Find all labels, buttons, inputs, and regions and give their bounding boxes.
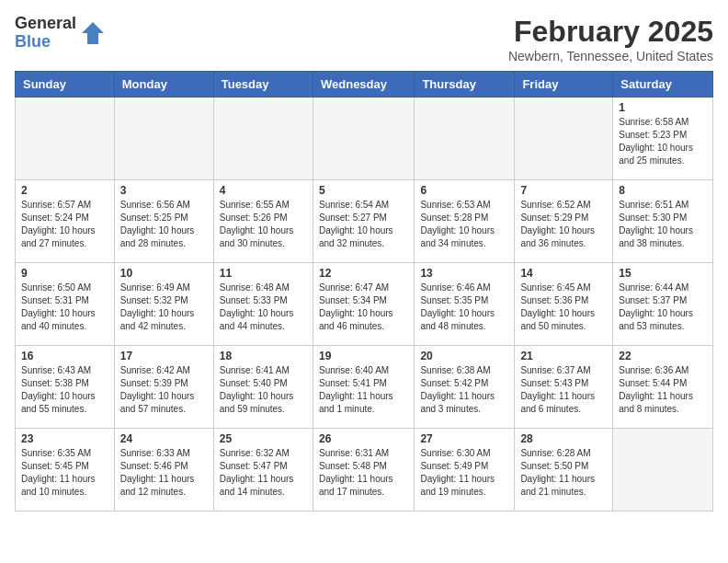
day-number: 23 (21, 432, 108, 445)
location: Newbern, Tennessee, United States (508, 49, 713, 63)
day-cell: 24Sunrise: 6:33 AM Sunset: 5:46 PM Dayli… (114, 429, 213, 511)
day-info: Sunrise: 6:54 AM Sunset: 5:27 PM Dayligh… (319, 199, 408, 250)
day-cell: 26Sunrise: 6:31 AM Sunset: 5:48 PM Dayli… (313, 429, 414, 511)
day-info: Sunrise: 6:41 AM Sunset: 5:40 PM Dayligh… (220, 364, 307, 416)
day-info: Sunrise: 6:53 AM Sunset: 5:28 PM Dayligh… (420, 199, 508, 250)
logo-general-text: General (15, 15, 76, 33)
day-number: 8 (619, 184, 707, 197)
day-cell (415, 98, 515, 180)
day-number: 10 (120, 267, 208, 280)
day-number: 19 (319, 350, 408, 362)
day-cell: 22Sunrise: 6:36 AM Sunset: 5:44 PM Dayli… (613, 346, 713, 429)
weekday-header-tuesday: Tuesday (213, 72, 313, 98)
day-cell: 27Sunrise: 6:30 AM Sunset: 5:49 PM Dayli… (415, 429, 515, 511)
day-number: 18 (220, 350, 307, 362)
day-cell: 12Sunrise: 6:47 AM Sunset: 5:34 PM Dayli… (313, 263, 414, 346)
weekday-header-friday: Friday (515, 72, 613, 98)
day-cell: 3Sunrise: 6:56 AM Sunset: 5:25 PM Daylig… (114, 180, 213, 263)
day-cell: 25Sunrise: 6:32 AM Sunset: 5:47 PM Dayli… (213, 429, 313, 511)
day-info: Sunrise: 6:47 AM Sunset: 5:34 PM Dayligh… (319, 282, 408, 333)
day-cell: 4Sunrise: 6:55 AM Sunset: 5:26 PM Daylig… (213, 180, 313, 263)
month-title: February 2025 (508, 15, 713, 49)
day-cell: 18Sunrise: 6:41 AM Sunset: 5:40 PM Dayli… (213, 346, 313, 429)
day-number: 24 (120, 432, 208, 445)
day-number: 1 (619, 101, 707, 114)
weekday-header-thursday: Thursday (415, 72, 515, 98)
day-info: Sunrise: 6:28 AM Sunset: 5:50 PM Dayligh… (520, 447, 607, 499)
day-cell: 15Sunrise: 6:44 AM Sunset: 5:37 PM Dayli… (613, 263, 713, 346)
day-info: Sunrise: 6:36 AM Sunset: 5:44 PM Dayligh… (619, 364, 707, 416)
day-number: 7 (520, 184, 607, 197)
week-row-2: 2Sunrise: 6:57 AM Sunset: 5:24 PM Daylig… (16, 180, 713, 263)
day-cell (613, 429, 713, 511)
day-info: Sunrise: 6:57 AM Sunset: 5:24 PM Dayligh… (21, 199, 108, 250)
page-header: General Blue February 2025 Newbern, Tenn… (15, 15, 713, 63)
day-cell (16, 98, 115, 180)
day-cell: 8Sunrise: 6:51 AM Sunset: 5:30 PM Daylig… (613, 180, 713, 263)
day-number: 20 (420, 350, 508, 362)
day-info: Sunrise: 6:35 AM Sunset: 5:45 PM Dayligh… (21, 447, 108, 499)
day-cell: 23Sunrise: 6:35 AM Sunset: 5:45 PM Dayli… (16, 429, 115, 511)
day-cell (515, 98, 613, 180)
day-cell (213, 98, 313, 180)
day-number: 12 (319, 267, 408, 280)
day-number: 11 (220, 267, 307, 280)
day-cell: 6Sunrise: 6:53 AM Sunset: 5:28 PM Daylig… (415, 180, 515, 263)
day-info: Sunrise: 6:52 AM Sunset: 5:29 PM Dayligh… (520, 199, 607, 250)
title-block: February 2025 Newbern, Tennessee, United… (508, 15, 713, 63)
day-cell: 10Sunrise: 6:49 AM Sunset: 5:32 PM Dayli… (114, 263, 213, 346)
day-info: Sunrise: 6:49 AM Sunset: 5:32 PM Dayligh… (120, 282, 208, 333)
weekday-header-wednesday: Wednesday (313, 72, 414, 98)
day-cell (313, 98, 414, 180)
day-info: Sunrise: 6:42 AM Sunset: 5:39 PM Dayligh… (120, 364, 208, 416)
logo: General Blue (15, 15, 106, 52)
day-cell: 1Sunrise: 6:58 AM Sunset: 5:23 PM Daylig… (613, 98, 713, 180)
weekday-header-row: SundayMondayTuesdayWednesdayThursdayFrid… (16, 72, 713, 98)
week-row-3: 9Sunrise: 6:50 AM Sunset: 5:31 PM Daylig… (16, 263, 713, 346)
day-number: 14 (520, 267, 607, 280)
day-number: 15 (619, 267, 707, 280)
day-number: 9 (21, 267, 108, 280)
day-cell: 17Sunrise: 6:42 AM Sunset: 5:39 PM Dayli… (114, 346, 213, 429)
weekday-header-monday: Monday (114, 72, 213, 98)
day-number: 27 (420, 432, 508, 445)
day-info: Sunrise: 6:37 AM Sunset: 5:43 PM Dayligh… (520, 364, 607, 416)
day-number: 13 (420, 267, 508, 280)
day-info: Sunrise: 6:46 AM Sunset: 5:35 PM Dayligh… (420, 282, 508, 333)
day-number: 4 (220, 184, 307, 197)
calendar-table: SundayMondayTuesdayWednesdayThursdayFrid… (15, 71, 713, 511)
day-number: 22 (619, 350, 707, 362)
day-info: Sunrise: 6:48 AM Sunset: 5:33 PM Dayligh… (220, 282, 307, 333)
day-cell: 2Sunrise: 6:57 AM Sunset: 5:24 PM Daylig… (16, 180, 115, 263)
day-number: 28 (520, 432, 607, 445)
day-number: 17 (120, 350, 208, 362)
day-cell: 19Sunrise: 6:40 AM Sunset: 5:41 PM Dayli… (313, 346, 414, 429)
week-row-4: 16Sunrise: 6:43 AM Sunset: 5:38 PM Dayli… (16, 346, 713, 429)
day-number: 25 (220, 432, 307, 445)
day-cell: 9Sunrise: 6:50 AM Sunset: 5:31 PM Daylig… (16, 263, 115, 346)
day-number: 21 (520, 350, 607, 362)
day-cell: 5Sunrise: 6:54 AM Sunset: 5:27 PM Daylig… (313, 180, 414, 263)
day-cell (114, 98, 213, 180)
day-info: Sunrise: 6:31 AM Sunset: 5:48 PM Dayligh… (319, 447, 408, 499)
day-cell: 21Sunrise: 6:37 AM Sunset: 5:43 PM Dayli… (515, 346, 613, 429)
day-cell: 7Sunrise: 6:52 AM Sunset: 5:29 PM Daylig… (515, 180, 613, 263)
day-info: Sunrise: 6:43 AM Sunset: 5:38 PM Dayligh… (21, 364, 108, 416)
day-info: Sunrise: 6:45 AM Sunset: 5:36 PM Dayligh… (520, 282, 607, 333)
day-number: 2 (21, 184, 108, 197)
day-info: Sunrise: 6:32 AM Sunset: 5:47 PM Dayligh… (220, 447, 307, 499)
weekday-header-sunday: Sunday (16, 72, 115, 98)
day-cell: 11Sunrise: 6:48 AM Sunset: 5:33 PM Dayli… (213, 263, 313, 346)
day-info: Sunrise: 6:33 AM Sunset: 5:46 PM Dayligh… (120, 447, 208, 499)
week-row-5: 23Sunrise: 6:35 AM Sunset: 5:45 PM Dayli… (16, 429, 713, 511)
day-info: Sunrise: 6:40 AM Sunset: 5:41 PM Dayligh… (319, 364, 408, 416)
day-number: 5 (319, 184, 408, 197)
day-info: Sunrise: 6:51 AM Sunset: 5:30 PM Dayligh… (619, 199, 707, 250)
day-cell: 14Sunrise: 6:45 AM Sunset: 5:36 PM Dayli… (515, 263, 613, 346)
day-info: Sunrise: 6:50 AM Sunset: 5:31 PM Dayligh… (21, 282, 108, 333)
day-number: 26 (319, 432, 408, 445)
day-info: Sunrise: 6:30 AM Sunset: 5:49 PM Dayligh… (420, 447, 508, 499)
day-info: Sunrise: 6:56 AM Sunset: 5:25 PM Dayligh… (120, 199, 208, 250)
day-number: 6 (420, 184, 508, 197)
svg-marker-0 (82, 22, 104, 44)
